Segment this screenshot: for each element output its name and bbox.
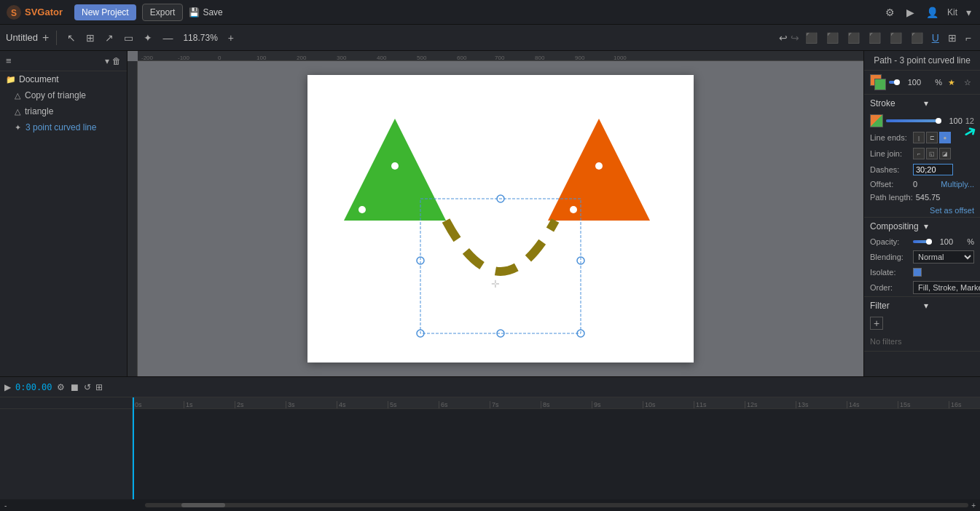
filter-header[interactable]: Filter ▾ xyxy=(864,297,980,314)
loop-button[interactable]: ↺ xyxy=(84,382,91,392)
dot-green-1 xyxy=(391,162,399,170)
timeline-main: 0s 1s 2s 3s 4s 5s 6s 7s 8s 9s 10s 11s 12… xyxy=(0,397,980,499)
canvas-svg[interactable]: ✛ xyxy=(307,75,694,363)
canvas-background[interactable]: ✛ xyxy=(307,75,694,363)
opacity-slider-thumb xyxy=(894,79,900,85)
corner-icon[interactable]: ⌐ xyxy=(963,31,974,45)
new-project-button[interactable]: New Project xyxy=(74,4,136,20)
compositing-opacity-value: 100 xyxy=(935,237,953,246)
star-tool[interactable]: ✦ xyxy=(141,31,155,45)
record-button[interactable]: ⏹ xyxy=(69,381,79,393)
dashes-input[interactable] xyxy=(913,164,953,175)
save-button[interactable]: 💾 Save xyxy=(189,7,222,17)
line-join-btn-1[interactable]: ⌐ xyxy=(913,148,925,159)
export-button[interactable]: Export xyxy=(142,4,184,21)
line-join-btn-3[interactable]: ◪ xyxy=(939,148,951,159)
star-icon[interactable]: ★ xyxy=(945,76,958,89)
stroke-opacity-slider[interactable] xyxy=(886,119,941,122)
main: ≡ ▾ 🗑 📁 Document △ Copy of triangle △ tr… xyxy=(0,51,980,376)
underline-icon[interactable]: U xyxy=(929,31,942,45)
align-right-icon[interactable]: ⬛ xyxy=(844,31,863,45)
align-top-icon[interactable]: ⬛ xyxy=(866,31,884,45)
tl-mark-4s: 4s xyxy=(337,401,388,408)
align-left-icon[interactable]: ⬛ xyxy=(802,31,820,45)
transform-tool[interactable]: ⊞ xyxy=(83,31,98,45)
timeline-tracks: 0s 1s 2s 3s 4s 5s 6s 7s 8s 9s 10s 11s 12… xyxy=(133,397,980,499)
isolate-checkbox[interactable] xyxy=(913,268,922,277)
layer-label: Copy of triangle xyxy=(25,90,86,100)
account-chevron-icon[interactable]: ▾ xyxy=(963,5,974,20)
svg-text:-200: -200 xyxy=(141,55,154,61)
svg-text:300: 300 xyxy=(337,55,347,61)
ruler-left xyxy=(128,61,138,376)
rect-tool[interactable]: ▭ xyxy=(121,31,136,45)
undo-button[interactable]: ↩ xyxy=(779,32,788,44)
username: Kit xyxy=(947,7,957,17)
multiply-link[interactable]: Multiply... xyxy=(941,180,974,189)
set-as-offset-link[interactable]: Set as offset xyxy=(930,206,974,215)
blending-row: Blending: Normal xyxy=(864,248,980,266)
layer-item-curved-line[interactable]: ✦ 3 point curved line xyxy=(0,119,127,135)
timeline-time: 0:00.00 xyxy=(15,382,52,392)
path-length-label: Path length: xyxy=(870,193,913,202)
line-end-btn-2[interactable]: ⊏ xyxy=(926,132,938,143)
compositing-opacity-label: Opacity: xyxy=(870,237,910,246)
compositing-opacity-slider[interactable] xyxy=(913,240,932,243)
line-join-btn-2[interactable]: ◱ xyxy=(926,148,938,159)
timeline-zoom-in-button[interactable]: + xyxy=(971,502,976,510)
stroke-slider-thumb xyxy=(936,118,941,124)
star-outline-icon[interactable]: ☆ xyxy=(961,76,974,89)
document-section[interactable]: 📁 Document xyxy=(0,71,127,87)
layer-item-copy-triangle[interactable]: △ Copy of triangle xyxy=(0,87,127,103)
play-icon[interactable]: ▶ xyxy=(903,5,917,20)
zoom-in-icon[interactable]: + xyxy=(225,31,237,45)
timeline-icon-button[interactable]: ⊞ xyxy=(95,382,103,392)
save-icon: 💾 xyxy=(189,7,200,17)
line-ends-row: Line ends: | ⊏ ● xyxy=(864,130,980,146)
settings-icon[interactable]: ⚙ xyxy=(882,5,898,20)
add-filter-row: + xyxy=(864,314,980,332)
align-center-icon[interactable]: ⬛ xyxy=(823,31,842,45)
align-middle-icon[interactable]: ⬛ xyxy=(887,31,905,45)
tl-mark-2s: 2s xyxy=(235,401,286,408)
blending-select[interactable]: Normal xyxy=(913,250,974,264)
timeline-zoom-out-button[interactable]: - xyxy=(4,502,7,510)
line-join-label: Line join: xyxy=(870,149,910,158)
order-select[interactable]: Fill, Stroke, Markers xyxy=(913,281,980,294)
timeline-settings-button[interactable]: ⚙ xyxy=(57,382,65,392)
top-fill-row: 100 % ★ ☆ xyxy=(864,71,980,95)
opacity-slider-top[interactable] xyxy=(889,81,900,84)
compositing-header[interactable]: Compositing ▾ xyxy=(864,218,980,235)
isolate-row: Isolate: xyxy=(864,266,980,279)
layer-delete-button[interactable]: 🗑 xyxy=(112,56,121,66)
redo-button[interactable]: ↪ xyxy=(791,32,799,44)
timeline-scrollbar[interactable] xyxy=(145,503,968,507)
user-icon[interactable]: 👤 xyxy=(923,5,941,20)
stroke-header[interactable]: Stroke ▾ xyxy=(864,95,980,112)
tl-mark-14s: 14s xyxy=(847,401,898,408)
layer-item-triangle[interactable]: △ triangle xyxy=(0,103,127,119)
offset-value: 0 xyxy=(913,180,938,189)
layer-collapse-button[interactable]: ▾ xyxy=(105,56,109,66)
grid-icon[interactable]: ⊞ xyxy=(945,31,960,45)
no-filters-row: No filters xyxy=(864,332,980,351)
fill-stroke-swatch[interactable] xyxy=(870,74,886,90)
add-filter-button[interactable]: + xyxy=(870,317,883,330)
svg-text:-100: -100 xyxy=(178,55,190,61)
line-end-btn-1[interactable]: | xyxy=(913,132,925,143)
play-button[interactable]: ▶ xyxy=(4,382,11,392)
opacity-value-top: 100 xyxy=(903,78,921,87)
dot-orange-1 xyxy=(595,162,603,170)
canvas-area[interactable]: -200 -100 0 100 200 300 400 500 600 700 … xyxy=(128,51,863,376)
curved-line-path[interactable] xyxy=(446,221,555,272)
stroke-color-row: 100 12 xyxy=(864,112,980,130)
anchor-tool[interactable]: ↗ xyxy=(102,31,117,45)
select-tool[interactable]: ↖ xyxy=(64,31,79,45)
add-layer-button[interactable]: + xyxy=(42,31,49,44)
stroke-color-swatch[interactable] xyxy=(870,114,883,127)
align-bottom-icon[interactable]: ⬛ xyxy=(908,31,926,45)
line-end-btn-3[interactable]: ● xyxy=(939,132,951,143)
minus-icon[interactable]: — xyxy=(160,31,176,45)
timeline-scroll-thumb[interactable] xyxy=(181,503,225,507)
path-length-row: Path length: 545.75 xyxy=(864,191,980,204)
